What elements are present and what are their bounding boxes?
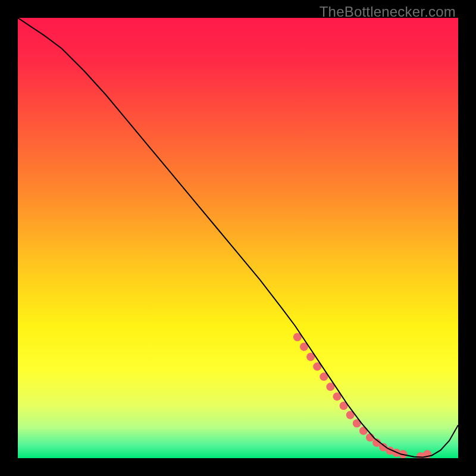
watermark-text: TheBottlenecker.com	[320, 4, 456, 20]
chart-frame	[18, 18, 458, 458]
chart-svg	[18, 18, 458, 458]
gradient-background	[18, 18, 458, 458]
highlight-dot	[359, 427, 368, 435]
